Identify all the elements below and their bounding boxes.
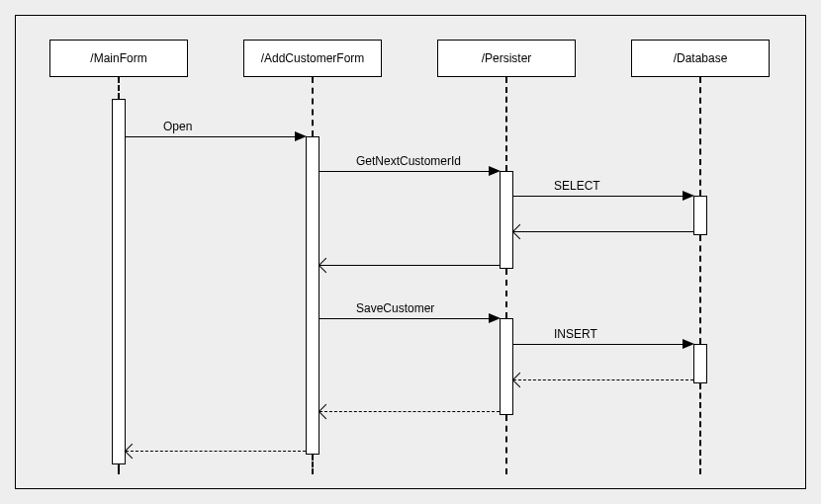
lifeline-persister: /Persister bbox=[437, 40, 576, 77]
msg-select bbox=[513, 196, 684, 197]
msg-getnextid-return bbox=[319, 265, 500, 266]
msg-insert bbox=[513, 344, 684, 345]
lifeline-mainform: /MainForm bbox=[49, 40, 188, 77]
arrowhead-icon bbox=[683, 191, 694, 201]
lifeline-label: /MainForm bbox=[90, 51, 146, 65]
lifeline-label: /Database bbox=[674, 51, 728, 65]
lifeline-dash bbox=[312, 455, 314, 474]
diagram-frame bbox=[15, 15, 806, 489]
lifeline-dash bbox=[118, 464, 120, 474]
activation-addcustomerform bbox=[306, 136, 319, 455]
msg-insert-return bbox=[513, 379, 693, 380]
activation-persister-1 bbox=[500, 171, 513, 269]
activation-database-1 bbox=[693, 196, 707, 235]
lifeline-dash bbox=[505, 77, 507, 171]
lifeline-dash bbox=[699, 383, 701, 474]
lifeline-label: /Persister bbox=[482, 51, 532, 65]
arrowhead-icon bbox=[683, 339, 694, 349]
msg-select-return bbox=[513, 231, 693, 232]
lifeline-dash bbox=[505, 269, 507, 318]
lifeline-dash bbox=[312, 77, 314, 136]
arrowhead-icon bbox=[295, 131, 307, 141]
msg-open-return bbox=[126, 451, 306, 452]
activation-database-2 bbox=[693, 344, 707, 383]
activation-persister-2 bbox=[500, 318, 513, 415]
msg-open bbox=[126, 136, 296, 137]
lifeline-addcustomerform: /AddCustomerForm bbox=[243, 40, 382, 77]
lifeline-dash bbox=[505, 415, 507, 474]
lifeline-dash bbox=[118, 77, 120, 99]
activation-mainform bbox=[112, 99, 126, 464]
lifeline-label: /AddCustomerForm bbox=[261, 51, 365, 65]
msg-savecustomer bbox=[319, 318, 490, 319]
msg-label-select: SELECT bbox=[554, 179, 600, 193]
arrowhead-icon bbox=[489, 166, 501, 176]
msg-save-return bbox=[319, 411, 500, 412]
lifeline-dash bbox=[699, 235, 701, 344]
msg-label-savecustomer: SaveCustomer bbox=[356, 301, 434, 315]
lifeline-dash bbox=[699, 77, 701, 196]
msg-label-insert: INSERT bbox=[554, 327, 597, 341]
sequence-diagram: /MainForm /AddCustomerForm /Persister /D… bbox=[0, 0, 821, 504]
msg-label-getnextid: GetNextCustomerId bbox=[356, 154, 461, 168]
msg-label-open: Open bbox=[163, 120, 192, 133]
lifeline-database: /Database bbox=[631, 40, 770, 77]
arrowhead-icon bbox=[489, 313, 501, 323]
msg-getnextid bbox=[319, 171, 490, 172]
